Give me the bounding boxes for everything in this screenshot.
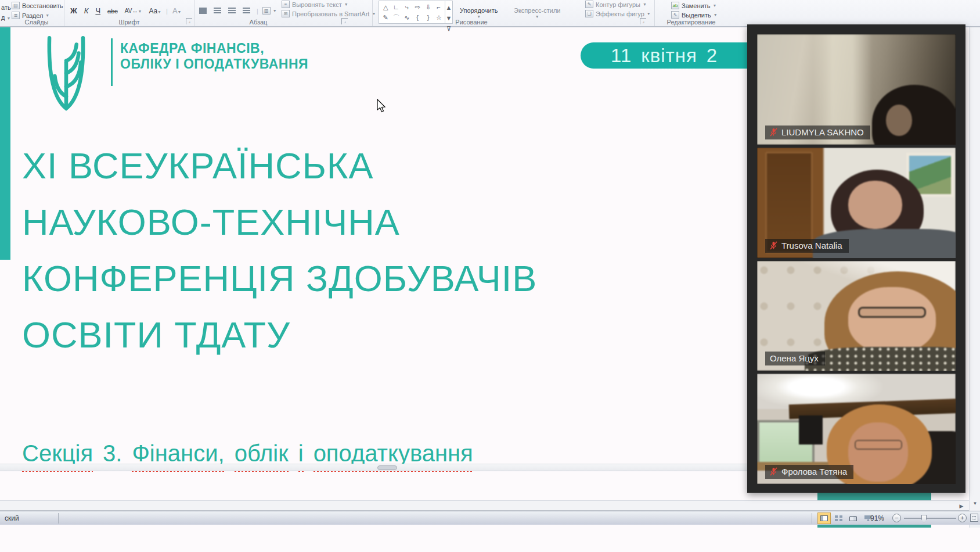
align-left-button[interactable]: [199, 8, 207, 14]
language-indicator[interactable]: ский: [5, 514, 19, 522]
muted-mic-icon: [770, 128, 777, 137]
muted-mic-icon: [770, 241, 777, 250]
zoom-level[interactable]: 91%: [870, 514, 884, 522]
zoom-slider-thumb[interactable]: [921, 515, 927, 522]
zoom-in-button[interactable]: +: [958, 514, 967, 522]
participant-name: Trusova Natalia: [781, 241, 842, 250]
ribbon-group-paragraph: | ▥▼ ≡ Выровнять текст▼ ⊞ Преобразовать …: [194, 0, 373, 26]
slide-title-line3: КОНФЕРЕНЦІЯ ЗДОБУВАЧІВ: [22, 250, 537, 307]
slide-sorter-icon: [835, 515, 842, 521]
shape-elbow-arrow-icon[interactable]: ⤷: [402, 2, 412, 12]
select-cursor-icon: ⇖: [671, 11, 679, 19]
date-badge: 11 квітня 2: [581, 42, 755, 69]
participant-tile[interactable]: Олена Яцух: [757, 261, 956, 371]
vertical-scrollbar[interactable]: ▼: [969, 27, 980, 528]
slide-title-line4: ОСВІТИ ТДАТУ: [22, 307, 537, 363]
slide-title-line1: ХІ ВСЕУКРАЇНСЬКА: [22, 138, 537, 194]
shape-triangle-icon[interactable]: △: [380, 2, 391, 12]
font-color-button[interactable]: А▼: [172, 6, 182, 15]
font-buttons-row: Ж К Ч abc AV↔▼ Aa▼ | А▼: [68, 6, 183, 15]
replace-button[interactable]: ab Заменить▼: [671, 2, 716, 9]
shape-down-arrow-icon[interactable]: ⇩: [423, 2, 433, 12]
participant-name-tag: Олена Яцух: [765, 352, 825, 365]
participant-name: LIUDMYLA SAKHNO: [781, 127, 864, 137]
scroll-right-arrow-icon[interactable]: ▶: [956, 503, 967, 510]
replace-icon: ab: [671, 2, 679, 9]
align-center-button[interactable]: [214, 8, 221, 14]
app-window: ать д ▼ ▤ Восстановить ≣ Раздел▼ Слайды …: [0, 0, 980, 552]
font-dialog-launcher[interactable]: ⌟: [186, 18, 192, 24]
ribbon-group-slides: ▤ Восстановить ≣ Раздел▼ Слайды: [9, 0, 64, 26]
participant-name-tag: Trusova Natalia: [765, 239, 849, 253]
paragraph-group-label: Абзац: [194, 19, 322, 26]
reading-view-icon: [849, 516, 857, 521]
shape-effects-icon: ❑: [585, 10, 593, 17]
arrange-button[interactable]: Упорядочить▼: [460, 7, 498, 19]
convert-smartart-button[interactable]: ⊞ Преобразовать в SmartArt▼: [282, 10, 376, 17]
department-title-line2: ОБЛІКУ І ОПОДАТКУВАННЯ: [120, 56, 308, 72]
scrollbar-thumb[interactable]: [377, 465, 397, 470]
slide-title-line2: НАУКОВО-ТЕХНІЧНА: [22, 194, 537, 250]
department-logo: [41, 33, 92, 116]
restore-icon: ▤: [12, 2, 20, 9]
zoom-slider-track[interactable]: [904, 518, 956, 519]
shape-effects-button[interactable]: ❑ Эффекты фигур▼: [585, 10, 651, 17]
shape-corner-icon[interactable]: ⌐: [434, 2, 444, 12]
participant-name: Фролова Тетяна: [781, 467, 847, 476]
mouse-cursor: [376, 99, 386, 113]
align-text-icon: ≡: [282, 1, 290, 8]
drawing-group-label: Рисование: [373, 19, 570, 26]
department-title-line1: КАФЕДРА ФІНАНСІВ,: [120, 41, 308, 56]
participant-name-tag: LIUDMYLA SAKHNO: [765, 126, 870, 139]
justify-button[interactable]: [243, 8, 250, 14]
shape-right-arrow-icon[interactable]: ⇨: [412, 2, 423, 12]
participant-name-tag: Фролова Тетяна: [765, 465, 853, 479]
shape-angle-icon[interactable]: ∟: [391, 2, 401, 12]
slide-title: ХІ ВСЕУКРАЇНСЬКА НАУКОВО-ТЕХНІЧНА КОНФЕР…: [22, 138, 537, 363]
align-right-button[interactable]: [228, 8, 236, 14]
columns-button[interactable]: ▥: [262, 7, 271, 15]
muted-mic-icon: [770, 467, 777, 476]
shape-outline-icon: ✎: [585, 1, 593, 8]
strikethrough-button[interactable]: abc: [107, 8, 118, 15]
statusbar-separator: [812, 513, 812, 524]
department-title: КАФЕДРА ФІНАНСІВ, ОБЛІКУ І ОПОДАТКУВАННЯ: [120, 41, 308, 72]
normal-view-button[interactable]: [817, 512, 831, 524]
horizontal-scrollbar[interactable]: ▶: [0, 500, 969, 511]
scroll-down-arrow-icon[interactable]: ▼: [971, 501, 979, 506]
change-case-button[interactable]: Aa▼: [149, 7, 161, 15]
slide-horizontal-scrollbar[interactable]: [0, 464, 747, 471]
italic-button[interactable]: К: [84, 6, 89, 15]
slides-group-label: Слайды: [9, 19, 64, 26]
reading-view-button[interactable]: [846, 512, 860, 524]
paragraph-dialog-launcher[interactable]: ⌟: [341, 18, 348, 24]
drawing-dialog-launcher[interactable]: ⌟: [640, 18, 646, 24]
view-buttons: [817, 512, 874, 524]
shape-outline-button[interactable]: ✎ Контур фигуры▼: [585, 1, 647, 8]
ribbon-group-font: Ж К Ч abc AV↔▼ Aa▼ | А▼ Шрифт ⌟: [64, 0, 194, 26]
quick-styles-button[interactable]: Экспресс-стили▼: [514, 7, 560, 19]
bold-button[interactable]: Ж: [70, 6, 77, 15]
font-group-label: Шрифт: [64, 19, 194, 26]
slide-sorter-button[interactable]: [832, 512, 845, 524]
char-spacing-button[interactable]: AV↔▼: [125, 8, 142, 14]
fit-to-window-button[interactable]: [970, 514, 978, 522]
alignment-buttons: | ▥▼: [197, 7, 277, 15]
status-bar: ский 91% − +: [0, 511, 980, 525]
editing-group-label: Редактирование: [655, 19, 727, 26]
participant-tile[interactable]: Trusova Natalia: [757, 148, 956, 258]
normal-view-icon: [820, 515, 828, 521]
participant-tile[interactable]: LIUDMYLA SAKHNO: [757, 34, 956, 145]
ribbon: ать д ▼ ▤ Восстановить ≣ Раздел▼ Слайды …: [0, 0, 980, 27]
underline-button[interactable]: Ч: [95, 6, 100, 15]
participant-tile[interactable]: Фролова Тетяна: [757, 374, 956, 484]
date-month: квітня: [641, 45, 697, 67]
align-text-button[interactable]: ≡ Выровнять текст▼: [282, 1, 348, 8]
logo-text-divider: [111, 38, 113, 86]
slide-left-accent-bar: [0, 27, 10, 260]
zoom-out-button[interactable]: −: [892, 514, 901, 522]
select-button[interactable]: ⇖ Выделить▼: [671, 11, 718, 19]
ribbon-group-editing: ab Заменить▼ ⇖ Выделить▼ Редактирование: [655, 0, 727, 26]
date-day: 11: [611, 45, 632, 67]
restore-button[interactable]: ▤ Восстановить: [12, 2, 63, 9]
